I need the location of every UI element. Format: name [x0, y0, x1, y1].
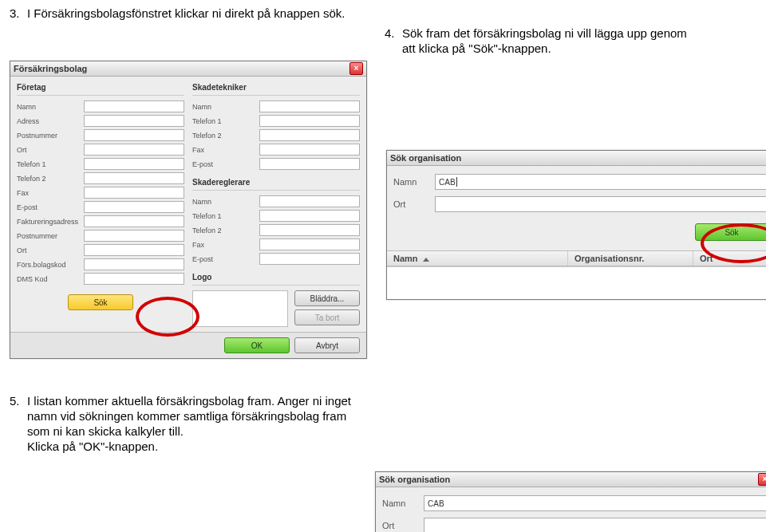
window-sok-organisation-results: Sök organisation × Namn CAB Ort Sök Namn…: [375, 471, 766, 532]
win1-avbryt-button[interactable]: Avbryt: [294, 337, 360, 353]
logo-heading: Logo: [192, 273, 360, 282]
win2-namn-label: Namn: [393, 177, 430, 187]
win2-title: Sök organisation: [390, 153, 461, 163]
win2-ort-input[interactable]: [435, 196, 766, 212]
col-namn[interactable]: Namn: [387, 251, 568, 266]
instr3-num: 3.: [10, 6, 27, 20]
foretag-dms-input[interactable]: [84, 273, 184, 285]
reg-namn-input[interactable]: [259, 195, 360, 207]
instr4-text: Sök fram det försäkringsbolag ni vill lä…: [402, 26, 697, 57]
close-icon[interactable]: ×: [349, 62, 363, 75]
win3-namn-input[interactable]: CAB: [424, 495, 766, 511]
reg-tel1-input[interactable]: [259, 210, 360, 222]
sort-asc-icon: [423, 258, 429, 262]
foretag-postnr-input[interactable]: [84, 129, 184, 141]
foretag-tel1-input[interactable]: [84, 158, 184, 170]
tech-fax-input[interactable]: [259, 144, 360, 156]
logo-preview: [192, 290, 288, 327]
win1-titlebar: Försäkringsbolag ×: [10, 61, 366, 77]
col-org[interactable]: Organisationsnr.: [568, 251, 693, 266]
foretag-adress-input[interactable]: [84, 115, 184, 127]
close-icon[interactable]: ×: [758, 473, 766, 486]
instr5-text: I listan kommer aktuella försäkrings­bol…: [27, 394, 361, 454]
skadetekniker-heading: Skadetekniker: [192, 83, 360, 92]
tech-tel2-input[interactable]: [259, 129, 360, 141]
sok-button[interactable]: Sök: [68, 294, 133, 310]
instruction-5: 5. I listan kommer aktuella försäkrings­…: [10, 394, 361, 454]
win3-namn-label: Namn: [382, 499, 419, 508]
foretag-ort-input[interactable]: [84, 144, 184, 156]
foretag-tel2-input[interactable]: [84, 172, 184, 184]
reg-epost-input[interactable]: [259, 253, 360, 265]
win3-ort-label: Ort: [382, 521, 419, 530]
group-foretag: Företag Namn Adress Postnummer Ort Telef…: [17, 81, 184, 327]
foretag-postnr2-input[interactable]: [84, 230, 184, 242]
win2-sok-button[interactable]: Sök: [695, 223, 766, 241]
foretag-heading: Företag: [17, 83, 184, 92]
foretag-ort2-input[interactable]: [84, 244, 184, 256]
win1-ok-button[interactable]: OK: [224, 337, 290, 353]
instr4-num: 4.: [385, 26, 402, 40]
window-sok-organisation-top: Sök organisation Namn CAB Ort Sök Namn O…: [386, 150, 766, 300]
foretag-bkod-input[interactable]: [84, 258, 184, 270]
foretag-epost-input[interactable]: [84, 201, 184, 213]
foretag-fax-input[interactable]: [84, 187, 184, 199]
win2-titlebar: Sök organisation: [387, 151, 766, 166]
window-forsakringsbolag: Försäkringsbolag × Företag Namn Adress P…: [10, 61, 367, 359]
instr5-num: 5.: [10, 394, 27, 408]
tech-namn-input[interactable]: [259, 100, 360, 112]
win2-table-header: Namn Organisationsnr. Ort: [387, 250, 766, 266]
win2-namn-input[interactable]: CAB: [435, 174, 766, 190]
win2-ort-label: Ort: [393, 199, 430, 209]
tech-epost-input[interactable]: [259, 158, 360, 170]
tech-tel1-input[interactable]: [259, 115, 360, 127]
win2-empty-results: [387, 266, 766, 299]
win3-title: Sök organisation: [379, 475, 450, 484]
instruction-3: 3. I Försäkringsbolagsfönstret klickar n…: [10, 6, 756, 22]
win1-title: Försäkringsbolag: [14, 64, 87, 73]
win3-ort-input[interactable]: [424, 518, 766, 532]
foretag-faktadr-input[interactable]: [84, 215, 184, 227]
instruction-4: 4. Sök fram det försäkringsbolag ni vill…: [385, 26, 756, 57]
group-right: Skadetekniker Namn Telefon 1 Telefon 2 F…: [192, 81, 360, 327]
bladdra-button[interactable]: Bläddra...: [294, 290, 360, 306]
win3-titlebar: Sök organisation ×: [376, 472, 766, 487]
col-ort[interactable]: Ort: [693, 251, 766, 266]
reg-tel2-input[interactable]: [259, 224, 360, 236]
instr3-text: I Försäkringsbolagsfönstret klickar ni d…: [27, 6, 345, 22]
tabort-button[interactable]: Ta bort: [294, 309, 360, 325]
reg-fax-input[interactable]: [259, 238, 360, 250]
skadereglerare-heading: Skadereglerare: [192, 178, 360, 187]
foretag-namn-input[interactable]: [84, 100, 184, 112]
